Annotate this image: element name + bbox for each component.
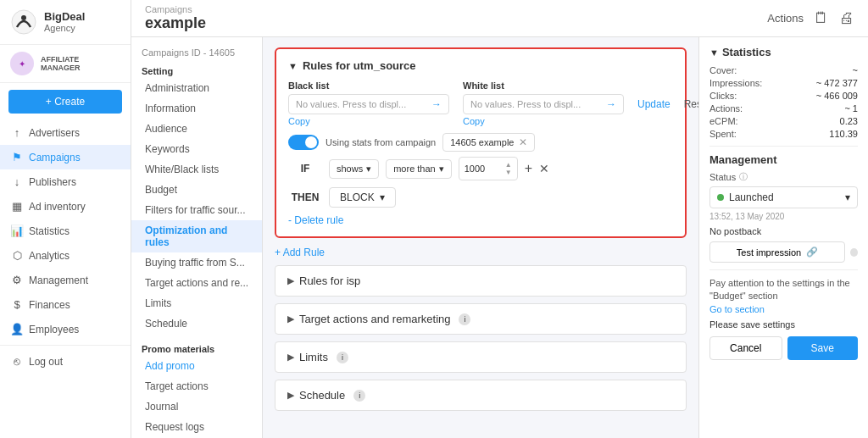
nav-target-actions[interactable]: Target actions and re... — [131, 273, 262, 293]
sidebar-item-campaigns[interactable]: ⚑ Campaigns — [0, 145, 131, 169]
using-stats-toggle[interactable] — [288, 135, 319, 150]
sidebar-item-finances[interactable]: $ Finances — [0, 292, 131, 317]
rules-collapse-icon[interactable]: ▼ — [288, 61, 298, 71]
black-list-copy[interactable]: Copy — [288, 116, 449, 126]
stats-collapse-icon[interactable]: ▼ — [709, 47, 719, 58]
black-list-input[interactable]: No values. Press to displ... → — [288, 94, 449, 114]
clicks-label: Clicks: — [709, 91, 737, 101]
create-button[interactable]: + Create — [8, 90, 122, 114]
schedule-title: Schedule — [299, 389, 345, 402]
campaigns-icon: ⚑ — [10, 151, 24, 164]
target-actions-title: Target actions and remarketing — [299, 313, 450, 325]
schedule-header[interactable]: ▶ Schedule i — [287, 389, 674, 402]
isp-collapse-icon: ▶ — [287, 275, 294, 286]
sidebar-item-statistics[interactable]: 📊 Statistics — [0, 219, 131, 243]
block-dropdown-icon: ▾ — [380, 191, 385, 203]
more-than-select[interactable]: more than ▾ — [386, 159, 452, 179]
nav-limits[interactable]: Limits — [131, 293, 262, 313]
finances-icon: $ — [10, 298, 24, 311]
logout-icon: ⎋ — [10, 355, 24, 368]
page-title: example — [145, 14, 206, 32]
save-button[interactable]: Save — [787, 336, 859, 360]
nav-white-black-lists[interactable]: White/Black lists — [131, 159, 262, 180]
nav-administration[interactable]: Administration — [131, 78, 262, 98]
sidebar-item-label: Advertisers — [29, 127, 80, 139]
stats-x-icon[interactable]: ✕ — [519, 136, 527, 148]
number-spinners[interactable]: ▲ ▼ — [505, 161, 512, 176]
nav-journal[interactable]: Journal — [131, 396, 262, 417]
sidebar-item-analytics[interactable]: ⬡ Analytics — [0, 243, 131, 268]
left-nav: Campaigns ID - 14605 Setting Administrat… — [131, 37, 263, 438]
nav-information[interactable]: Information — [131, 98, 262, 119]
test-impression-label: Test impression — [737, 247, 801, 258]
block-select[interactable]: BLOCK ▾ — [329, 187, 396, 208]
affiliate-label: AFFILIATE MANAGER — [41, 55, 120, 72]
nav-target-actions-bottom[interactable]: Target actions — [131, 376, 262, 396]
nav-budget[interactable]: Budget — [131, 180, 262, 200]
rules-isp-header[interactable]: ▶ Rules for isp — [287, 274, 674, 287]
nav-buying-traffic[interactable]: Buying traffic from S... — [131, 252, 262, 273]
target-actions-header[interactable]: ▶ Target actions and remarketing i — [287, 313, 674, 325]
sidebar: BigDeal Agency ✦ AFFILIATE MANAGER + Cre… — [0, 0, 131, 438]
cancel-button[interactable]: Cancel — [709, 336, 782, 360]
sidebar-item-logout[interactable]: ⎋ Log out — [0, 349, 131, 374]
rules-title: ▼ Rules for utm_source — [288, 59, 673, 72]
update-link[interactable]: Update — [637, 98, 670, 110]
nav-optimization-rules[interactable]: Optimization and rules — [131, 220, 262, 252]
reset-link[interactable]: Reset — [684, 98, 698, 110]
please-save-note: Please save settings — [709, 319, 858, 330]
white-list-arrow-icon: → — [606, 98, 616, 110]
white-list-input[interactable]: No values. Press to displ... → — [463, 94, 624, 114]
limits-header[interactable]: ▶ Limits i — [287, 351, 674, 363]
sidebar-item-advertisers[interactable]: ↑ Advertisers — [0, 120, 131, 145]
status-label-row: Status ⓘ — [709, 171, 858, 183]
nav-filters-traffic[interactable]: Filters for traffic sour... — [131, 200, 262, 220]
sidebar-item-publishers[interactable]: ↓ Publishers — [0, 169, 131, 194]
test-impression-status-icon — [850, 248, 858, 257]
number-input[interactable]: 1000 ▲ ▼ — [459, 157, 518, 180]
ecpm-value: 0.23 — [840, 116, 858, 126]
document-icon[interactable]: 🗒 — [814, 9, 829, 27]
nav-keywords[interactable]: Keywords — [131, 139, 262, 159]
sidebar-item-management[interactable]: ⚙ Management — [0, 268, 131, 292]
right-panel: ▼ Statistics Cover: ~ Impressions: ~ 472… — [698, 37, 868, 438]
nav-schedule[interactable]: Schedule — [131, 313, 262, 334]
logo: BigDeal Agency — [0, 0, 131, 45]
add-rule-link[interactable]: + Add Rule — [275, 247, 687, 258]
shows-dropdown-icon: ▾ — [366, 164, 371, 175]
add-condition-icon[interactable]: + — [525, 161, 532, 176]
white-list-copy[interactable]: Copy — [463, 116, 698, 126]
shows-select[interactable]: shows ▾ — [329, 159, 379, 179]
sidebar-item-ad-inventory[interactable]: ▦ Ad inventory — [0, 194, 131, 219]
logout-label: Log out — [29, 356, 63, 368]
impressions-row: Impressions: ~ 472 377 — [709, 78, 858, 88]
ad-inventory-icon: ▦ — [10, 200, 24, 213]
sidebar-item-label: Campaigns — [29, 152, 81, 164]
remove-condition-icon[interactable]: ✕ — [539, 162, 549, 175]
go-to-section-link[interactable]: Go to section — [709, 304, 765, 314]
status-select[interactable]: Launched ▾ — [709, 186, 858, 208]
stats-campaign-value[interactable]: 14605 example ✕ — [442, 133, 535, 152]
status-select-left: Launched — [717, 191, 774, 203]
nav-audience[interactable]: Audience — [131, 119, 262, 139]
if-label: IF — [288, 163, 322, 175]
nav-add-promo[interactable]: Add promo — [131, 356, 262, 376]
impressions-value: ~ 472 377 — [816, 78, 858, 88]
statistics-icon: 📊 — [10, 225, 24, 237]
delete-rule-link[interactable]: - Delete rule — [288, 214, 343, 226]
nav-request-logs[interactable]: Request logs — [131, 417, 262, 437]
status-dot-icon — [717, 194, 724, 201]
isp-title: Rules for isp — [299, 274, 360, 287]
target-actions-info-icon: i — [459, 313, 470, 325]
schedule-collapse-icon: ▶ — [287, 390, 294, 401]
print-icon[interactable]: 🖨 — [839, 9, 854, 27]
affiliate-section: ✦ AFFILIATE MANAGER — [0, 45, 131, 83]
spent-row: Spent: 110.39 — [709, 129, 858, 139]
rules-utm-box: ▼ Rules for utm_source Black list No val… — [275, 47, 687, 238]
sidebar-divider — [0, 345, 131, 346]
actions-label: Actions: — [709, 103, 743, 114]
test-impression-button[interactable]: Test impression 🔗 — [709, 241, 845, 263]
affiliate-icon: ✦ — [10, 52, 34, 75]
white-list-col: White list No values. Press to displ... … — [463, 80, 698, 126]
sidebar-item-employees[interactable]: 👤 Employees — [0, 317, 131, 341]
